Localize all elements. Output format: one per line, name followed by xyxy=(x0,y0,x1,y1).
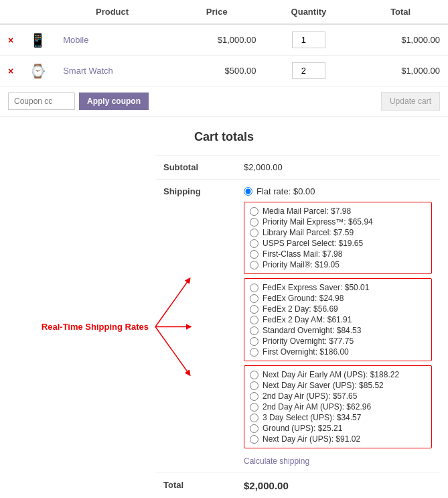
real-time-label: Real-Time Shipping Rates xyxy=(42,322,149,332)
shipping-radio[interactable] xyxy=(250,239,258,248)
shipping-radio[interactable] xyxy=(250,229,258,237)
shipping-option-item: FedEx 2 Day: $56.69 xyxy=(250,304,426,314)
ups-group: Next Day Air Early AM (UPS): $188.22Next… xyxy=(244,365,432,448)
col-total-header: Total xyxy=(353,0,448,24)
coupon-left: Apply coupon xyxy=(8,92,149,110)
total-row: Total $2,000.00 xyxy=(155,473,440,499)
table-row: × 📱 Mobile $1,000.00 $1,000.00 xyxy=(0,24,448,56)
arrows-svg xyxy=(149,259,256,393)
update-cart-button[interactable]: Update cart xyxy=(381,92,440,111)
shipping-radio[interactable] xyxy=(250,414,258,422)
shipping-option-item: USPS Parcel Select: $19.65 xyxy=(250,239,426,248)
total-label: Total xyxy=(155,473,236,499)
shipping-option-item: Ground (UPS): $25.21 xyxy=(250,424,426,433)
shipping-option-item: FedEx Ground: $24.98 xyxy=(250,294,426,303)
shipping-radio[interactable] xyxy=(250,403,258,412)
flat-rate-label: Flat rate: $0.00 xyxy=(256,186,315,196)
col-quantity-header: Quantity xyxy=(265,0,354,24)
subtotal-row: Subtotal $2,000.00 xyxy=(155,155,440,180)
svg-line-2 xyxy=(155,326,189,373)
col-product-header: Product xyxy=(55,0,169,24)
shipping-option-item: Next Day Air (UPS): $91.02 xyxy=(250,434,426,444)
shipping-option-item: 2nd Day Air AM (UPS): $62.96 xyxy=(250,402,426,412)
shipping-options-cell: Flat rate: $0.00 Media Mail Parcel: $7.9… xyxy=(236,180,440,473)
coupon-row: Apply coupon Update cart xyxy=(0,86,448,117)
col-price-header: Price xyxy=(169,0,265,24)
shipping-option-item: Next Day Air Early AM (UPS): $188.22 xyxy=(250,370,426,379)
subtotal-label: Subtotal xyxy=(155,155,236,180)
col-icon xyxy=(21,0,55,24)
shipping-radio[interactable] xyxy=(250,207,258,216)
cart-totals-section: Cart totals Real-Time Shipping Rates xyxy=(0,117,448,498)
cart-totals-title: Cart totals xyxy=(8,130,440,144)
shipping-radio[interactable] xyxy=(250,250,258,259)
shipping-radio[interactable] xyxy=(250,424,258,433)
shipping-radio[interactable] xyxy=(250,218,258,227)
shipping-option-item: Library Mail Parcel: $7.59 xyxy=(250,228,426,237)
shipping-option-item: Priority Overnight: $77.75 xyxy=(250,336,426,346)
product-link-mobile[interactable]: Mobile xyxy=(63,35,88,45)
flat-rate-radio[interactable] xyxy=(244,187,252,196)
svg-line-0 xyxy=(155,279,189,326)
shipping-option-item: First-Class Mail: $7.98 xyxy=(250,249,426,259)
col-remove xyxy=(0,0,21,24)
shipping-option-item: 3 Day Select (UPS): $34.57 xyxy=(250,413,426,422)
remove-item-1[interactable]: × xyxy=(8,35,13,46)
shipping-option-item: 2nd Day Air (UPS): $57.65 xyxy=(250,391,426,401)
product-price-watch: $500.00 xyxy=(169,56,265,86)
coupon-input[interactable] xyxy=(8,92,75,110)
shipping-option-item: First Overnight: $186.00 xyxy=(250,347,426,357)
product-icon-watch: ⌚ xyxy=(29,64,46,78)
subtotal-value: $2,000.00 xyxy=(236,155,440,180)
shipping-option-item: FedEx 2 Day AM: $61.91 xyxy=(250,315,426,324)
shipping-option-item: FedEx Express Saver: $50.01 xyxy=(250,283,426,292)
cart-table: Product Price Quantity Total × 📱 Mobile … xyxy=(0,0,448,86)
shipping-radio[interactable] xyxy=(250,435,258,444)
product-link-watch[interactable]: Smart Watch xyxy=(63,66,113,76)
flat-rate-option: Flat rate: $0.00 xyxy=(244,186,432,196)
table-row: × ⌚ Smart Watch $500.00 $1,000.00 xyxy=(0,56,448,86)
product-price-mobile: $1,000.00 xyxy=(169,24,265,56)
apply-coupon-button[interactable]: Apply coupon xyxy=(79,92,149,110)
shipping-option-item: Priority Mail®: $19.05 xyxy=(250,260,426,269)
product-total-watch: $1,000.00 xyxy=(353,56,448,86)
usps-group: Media Mail Parcel: $7.98Priority Mail Ex… xyxy=(244,202,432,274)
total-value: $2,000.00 xyxy=(244,480,289,491)
shipping-option-item: Standard Overnight: $84.53 xyxy=(250,326,426,335)
remove-item-2[interactable]: × xyxy=(8,66,13,76)
product-icon-mobile: 📱 xyxy=(29,33,46,48)
annotation-area: Real-Time Shipping Rates xyxy=(8,155,155,498)
shipping-option-item: Priority Mail Express™: $65.94 xyxy=(250,217,426,227)
product-total-mobile: $1,000.00 xyxy=(353,24,448,56)
shipping-option-item: Media Mail Parcel: $7.98 xyxy=(250,206,426,216)
quantity-input-mobile[interactable] xyxy=(292,32,325,48)
calculate-shipping-link[interactable]: Calculate shipping xyxy=(244,456,309,466)
fedex-group: FedEx Express Saver: $50.01FedEx Ground:… xyxy=(244,278,432,361)
shipping-option-item: Next Day Air Saver (UPS): $85.52 xyxy=(250,381,426,390)
quantity-input-watch[interactable] xyxy=(292,62,325,79)
